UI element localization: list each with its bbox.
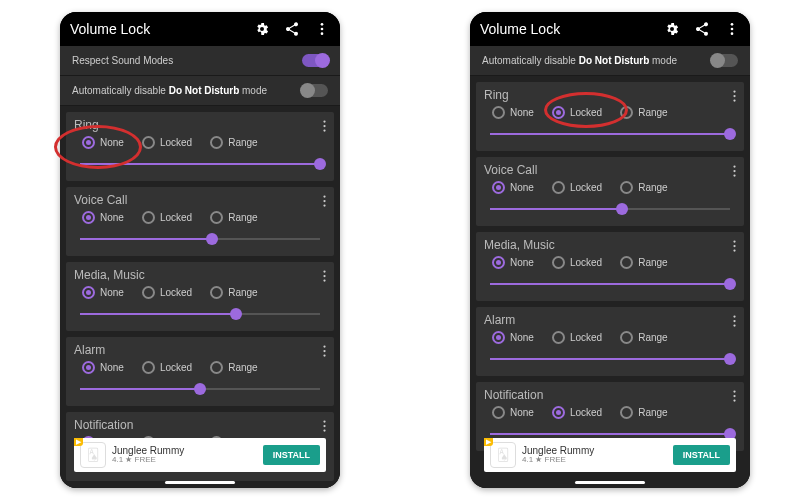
home-indicator[interactable] xyxy=(575,481,645,484)
home-indicator[interactable] xyxy=(165,481,235,484)
setting-label: Respect Sound Modes xyxy=(72,55,173,66)
radio-circle xyxy=(82,361,95,374)
radio-label: Locked xyxy=(570,107,602,118)
settings-icon[interactable] xyxy=(254,21,270,37)
svg-point-14 xyxy=(323,354,325,356)
radio-locked[interactable]: Locked xyxy=(552,406,602,419)
svg-point-27 xyxy=(733,240,735,242)
radio-locked[interactable]: Locked xyxy=(552,181,602,194)
radio-range[interactable]: Range xyxy=(210,211,257,224)
svg-point-23 xyxy=(733,99,735,101)
app-bar: Volume Lock xyxy=(60,12,340,46)
svg-point-2 xyxy=(321,32,324,35)
ad-banner[interactable]: ▶🂡Junglee Rummy4.1 ★ FREEINSTALL xyxy=(484,438,736,472)
radio-none[interactable]: None xyxy=(82,361,124,374)
svg-point-11 xyxy=(323,279,325,281)
radio-circle xyxy=(552,331,565,344)
toggle-switch[interactable] xyxy=(712,54,738,67)
overflow-icon[interactable] xyxy=(314,21,330,37)
overflow-icon[interactable] xyxy=(724,21,740,37)
stream-overflow-icon[interactable] xyxy=(323,195,326,209)
radio-range[interactable]: Range xyxy=(620,256,667,269)
radio-range[interactable]: Range xyxy=(620,331,667,344)
radio-locked[interactable]: Locked xyxy=(142,286,192,299)
phone-right: Volume Lock Automatically disable Do Not… xyxy=(470,12,750,488)
ad-banner[interactable]: ▶🂡Junglee Rummy4.1 ★ FREEINSTALL xyxy=(74,438,326,472)
volume-slider[interactable] xyxy=(80,307,320,321)
toggle-switch[interactable] xyxy=(302,84,328,97)
svg-point-31 xyxy=(733,320,735,322)
svg-point-9 xyxy=(323,270,325,272)
radio-none[interactable]: None xyxy=(82,211,124,224)
radio-none[interactable]: None xyxy=(492,406,534,419)
radio-circle xyxy=(142,136,155,149)
radio-none[interactable]: None xyxy=(492,256,534,269)
radio-circle xyxy=(142,211,155,224)
radio-locked[interactable]: Locked xyxy=(552,331,602,344)
radio-circle xyxy=(620,256,633,269)
volume-slider[interactable] xyxy=(490,202,730,216)
svg-point-22 xyxy=(733,95,735,97)
setting-label: Automatically disable Do Not Disturb mod… xyxy=(482,55,677,66)
toggle-switch[interactable] xyxy=(302,54,328,67)
radio-range[interactable]: Range xyxy=(210,286,257,299)
svg-point-21 xyxy=(733,90,735,92)
stream-title: Notification xyxy=(74,418,326,432)
radio-label: None xyxy=(510,332,534,343)
stream-overflow-icon[interactable] xyxy=(323,345,326,359)
radio-label: Range xyxy=(638,407,667,418)
radio-range[interactable]: Range xyxy=(620,181,667,194)
radio-label: Range xyxy=(228,362,257,373)
stream-overflow-icon[interactable] xyxy=(323,120,326,134)
setting-label: Automatically disable Do Not Disturb mod… xyxy=(72,85,267,96)
settings-icon[interactable] xyxy=(664,21,680,37)
radio-locked[interactable]: Locked xyxy=(552,256,602,269)
stream-overflow-icon[interactable] xyxy=(323,420,326,434)
stream-overflow-icon[interactable] xyxy=(733,315,736,329)
radio-locked[interactable]: Locked xyxy=(142,361,192,374)
radio-circle xyxy=(492,256,505,269)
radio-none[interactable]: None xyxy=(82,136,124,149)
volume-slider[interactable] xyxy=(80,157,320,171)
volume-slider[interactable] xyxy=(80,232,320,246)
stream-overflow-icon[interactable] xyxy=(323,270,326,284)
radio-range[interactable]: Range xyxy=(620,106,667,119)
svg-point-8 xyxy=(323,204,325,206)
volume-slider[interactable] xyxy=(490,352,730,366)
ad-install-button[interactable]: INSTALL xyxy=(263,445,320,465)
stream-overflow-icon[interactable] xyxy=(733,390,736,404)
radio-range[interactable]: Range xyxy=(620,406,667,419)
radio-group: NoneLockedRange xyxy=(74,286,326,299)
stream-title: Ring xyxy=(74,118,326,132)
radio-locked[interactable]: Locked xyxy=(142,136,192,149)
radio-locked[interactable]: Locked xyxy=(142,211,192,224)
radio-label: None xyxy=(510,257,534,268)
stream-overflow-icon[interactable] xyxy=(733,240,736,254)
radio-label: Range xyxy=(638,257,667,268)
radio-none[interactable]: None xyxy=(82,286,124,299)
stream-overflow-icon[interactable] xyxy=(733,165,736,179)
radio-none[interactable]: None xyxy=(492,181,534,194)
radio-range[interactable]: Range xyxy=(210,136,257,149)
volume-slider[interactable] xyxy=(80,382,320,396)
radio-none[interactable]: None xyxy=(492,106,534,119)
radio-label: Range xyxy=(638,107,667,118)
phone-left: Volume Lock Respect Sound ModesAutomatic… xyxy=(60,12,340,488)
volume-slider[interactable] xyxy=(490,127,730,141)
ad-install-button[interactable]: INSTALL xyxy=(673,445,730,465)
stream-overflow-icon[interactable] xyxy=(733,90,736,104)
volume-slider[interactable] xyxy=(490,277,730,291)
svg-point-26 xyxy=(733,174,735,176)
svg-point-29 xyxy=(733,249,735,251)
radio-circle xyxy=(620,406,633,419)
radio-range[interactable]: Range xyxy=(210,361,257,374)
svg-point-18 xyxy=(731,23,734,26)
share-icon[interactable] xyxy=(694,21,710,37)
radio-locked[interactable]: Locked xyxy=(552,106,602,119)
share-icon[interactable] xyxy=(284,21,300,37)
svg-point-6 xyxy=(323,195,325,197)
svg-point-20 xyxy=(731,32,734,35)
svg-point-28 xyxy=(733,245,735,247)
radio-none[interactable]: None xyxy=(492,331,534,344)
svg-point-13 xyxy=(323,350,325,352)
